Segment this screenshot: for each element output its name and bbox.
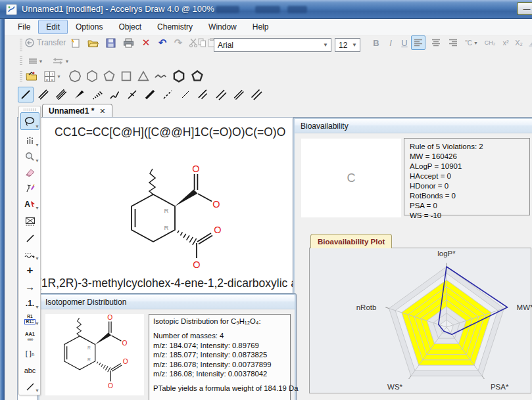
isotopomer-line [153, 378, 286, 384]
toolbar-grip[interactable] [24, 108, 37, 111]
text-tool[interactable]: abc [20, 363, 39, 378]
minimize-button[interactable]: — [517, 2, 532, 15]
ring-cyclopentane-button[interactable] [101, 69, 117, 83]
bond-double-center-button[interactable] [231, 87, 247, 102]
align-center-button[interactable] [429, 35, 443, 50]
bond-hash-wedge-button[interactable] [89, 87, 105, 102]
window-title: Unnamed1 [modified] - Accelrys Draw 4.0 … [22, 4, 214, 14]
oxygen-atom-label[interactable]: O [193, 259, 200, 270]
wavy-arrow-tool[interactable]: ▼ [20, 247, 39, 262]
ring-cyclopentadiene-button[interactable] [189, 69, 205, 83]
ring-cyclooctane-button[interactable] [67, 69, 83, 83]
ring-benzene-button[interactable] [171, 69, 187, 83]
align-left-button[interactable] [411, 35, 425, 50]
single-bond-tool[interactable] [20, 231, 39, 246]
redo-button[interactable]: ↷ [171, 35, 185, 50]
open-button[interactable] [85, 35, 100, 50]
isotope-label-button[interactable]: "C▼ [462, 35, 481, 50]
bond-double-either-button[interactable] [249, 87, 264, 102]
molecule-structure[interactable]: O O O O R R [99, 160, 244, 275]
menu-edit[interactable]: Edit [38, 20, 68, 34]
chevron-down-icon: ▼ [65, 59, 70, 64]
toolbar-grip[interactable] [20, 71, 22, 83]
oxygen-atom-label[interactable]: O [214, 225, 221, 235]
highlighter-button[interactable] [525, 35, 532, 50]
reaction-arrow-tool[interactable]: → [20, 279, 39, 294]
bold-button[interactable]: B [369, 35, 383, 50]
atom-map-tool[interactable]: .1.▼ [20, 296, 39, 311]
title-bar[interactable]: Unnamed1 [modified] - Accelrys Draw 4.0 … [0, 0, 532, 19]
bioavailability-window-titlebar[interactable]: Bioavailability [295, 119, 532, 133]
transfer-label: Transfer [37, 38, 66, 47]
lasso-select-tool[interactable]: ▼ [20, 112, 39, 130]
font-family-select[interactable]: Arial ▼ [214, 38, 331, 52]
chevron-down-icon: ▼ [473, 41, 478, 45]
superscript-button[interactable]: x² [498, 35, 513, 50]
menu-window[interactable]: Window [201, 20, 245, 34]
menu-help[interactable]: Help [245, 20, 277, 34]
menu-options[interactable]: Options [68, 20, 110, 34]
zoom-tool[interactable]: ▼ [20, 149, 39, 164]
bond-double-cis-button[interactable] [195, 87, 211, 102]
delete-button[interactable]: ✕ [139, 35, 153, 50]
bioavailability-plot-tab[interactable]: Bioavailability Plot [310, 234, 392, 248]
subscript-button[interactable]: X₂ [512, 35, 526, 50]
menu-file[interactable]: File [10, 20, 38, 34]
transfer-button[interactable]: Transfer [24, 35, 72, 50]
bond-dashed-button[interactable] [160, 87, 176, 102]
bond-thin-button[interactable] [178, 87, 193, 102]
undo-button[interactable]: ↶ [155, 35, 170, 50]
line-draw-tool[interactable]: ▼ [20, 379, 39, 394]
triple-bond-icon [55, 88, 68, 101]
atom-pen-tool[interactable] [20, 181, 39, 196]
toolbar-grip[interactable] [20, 56, 22, 66]
arrow-style-button[interactable]: ▼ [49, 54, 72, 68]
ring-cyclopropane-button[interactable] [135, 69, 151, 83]
oxygen-atom-label[interactable]: O [212, 199, 220, 210]
no-structure-tool[interactable] [20, 213, 39, 229]
menu-chemistry[interactable]: Chemistry [149, 20, 201, 34]
template-library-button[interactable] [24, 69, 39, 83]
print-button[interactable] [121, 35, 135, 50]
new-document-button[interactable] [68, 35, 82, 50]
ch2-label: CH₂ [485, 39, 496, 46]
ch2-button[interactable]: CH₂ [483, 35, 497, 50]
align-right-button[interactable] [446, 35, 460, 50]
bond-either-button[interactable] [124, 87, 140, 102]
template-grid-button[interactable]: t l o o ▼ [41, 69, 64, 83]
isotopomer-structure-preview [45, 314, 144, 395]
menu-object[interactable]: Object [110, 20, 149, 34]
ring-cyclobutane-button[interactable] [118, 69, 134, 83]
bioavailability-window-title: Bioavailability [301, 122, 349, 131]
save-button[interactable] [103, 35, 118, 50]
smiles-text[interactable]: CC1C=CC[C@H]([C@@H]1C(=O)O)C(=O)O [55, 125, 285, 139]
ring-cyclohexane-button[interactable] [84, 69, 100, 83]
atom-text-tool[interactable]: A ▼ [20, 196, 39, 211]
underline-button[interactable]: U [397, 35, 412, 50]
isotopomer-window-titlebar[interactable]: Isotopomer Distribution [39, 295, 295, 309]
atom-select-tool[interactable]: ▼ [20, 133, 39, 148]
tool-palette: ▼ ▼ ▼ A [18, 106, 41, 395]
bond-wedge-button[interactable] [71, 87, 87, 102]
document-tab[interactable]: Unnamed1 * ✕ [42, 104, 112, 118]
bond-single-button[interactable] [18, 87, 34, 102]
bond-triple-button[interactable] [53, 87, 69, 102]
font-size-select[interactable]: 12 ▼ [335, 38, 360, 52]
bond-double-button[interactable] [36, 87, 51, 102]
radar-axis-tick [482, 376, 484, 378]
bracket-tool[interactable]: [ ]ₙ [20, 346, 39, 361]
eraser-tool[interactable] [20, 165, 39, 180]
oxygen-atom-label[interactable]: O [192, 164, 199, 174]
molecule-name-text[interactable]: (1R,2R)-3-methylcyclohex-4-ene-1,2-dicar… [37, 277, 312, 290]
sequence-tool[interactable]: AA1 ∞∞ [20, 329, 39, 344]
close-tab-icon[interactable]: ✕ [99, 107, 105, 116]
italic-button[interactable]: I [383, 35, 398, 50]
bond-double-offset-button[interactable] [213, 87, 229, 102]
line-style-button[interactable]: ▼ [26, 54, 45, 68]
chain-tool-button[interactable] [153, 69, 168, 83]
bond-bold-button[interactable] [142, 87, 158, 102]
rgroup-tool[interactable]: R1 R1= ▼ [20, 312, 39, 327]
bond-wavy-button[interactable] [107, 87, 122, 102]
toolbar-grip[interactable] [20, 39, 22, 51]
plus-tool[interactable]: + [20, 263, 39, 278]
